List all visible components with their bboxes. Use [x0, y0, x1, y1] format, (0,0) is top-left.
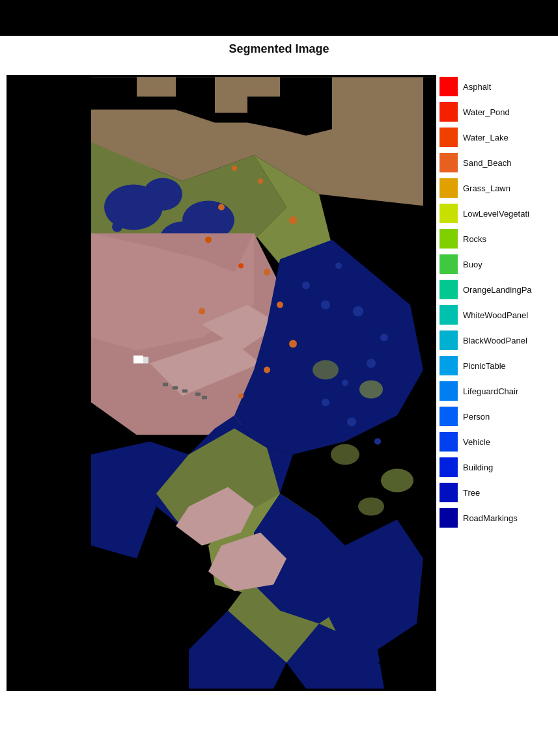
- legend-item: Vehicle: [439, 430, 557, 453]
- segmented-image: [7, 75, 436, 691]
- legend-item: Sand_Beach: [439, 151, 557, 174]
- svg-rect-20: [163, 383, 168, 386]
- svg-point-44: [264, 367, 270, 373]
- svg-point-63: [313, 360, 339, 380]
- svg-point-55: [335, 263, 342, 269]
- legend-item: Building: [439, 455, 557, 479]
- svg-point-8: [143, 178, 182, 211]
- legend-label: PicnicTable: [463, 361, 506, 371]
- legend-label: Building: [463, 463, 493, 472]
- legend-panel: AsphaltWater_PondWater_LakeSand_BeachGra…: [439, 75, 557, 691]
- svg-point-62: [374, 439, 381, 445]
- legend-color-swatch: [439, 331, 458, 350]
- legend-item: Water_Lake: [439, 126, 557, 149]
- svg-point-57: [380, 334, 388, 342]
- legend-item: Asphalt: [439, 75, 557, 98]
- legend-item: OrangeLandingPa: [439, 278, 557, 301]
- svg-point-64: [359, 381, 383, 399]
- svg-point-41: [238, 263, 244, 269]
- legend-label: Water_Lake: [463, 133, 509, 142]
- legend-color-swatch: [439, 254, 458, 274]
- chart-area: Segmented Image: [0, 36, 558, 756]
- legend-item: BlackWoodPanel: [439, 329, 557, 352]
- svg-point-67: [358, 498, 384, 516]
- svg-point-39: [205, 237, 212, 243]
- svg-point-65: [331, 444, 359, 465]
- legend-item: Grass_Lawn: [439, 176, 557, 200]
- svg-point-66: [381, 469, 413, 493]
- legend-color-swatch: [439, 305, 458, 325]
- legend-color-swatch: [439, 204, 458, 223]
- svg-rect-47: [133, 356, 143, 364]
- legend-color-swatch: [439, 229, 458, 249]
- legend-item: PicnicTable: [439, 354, 557, 377]
- svg-point-60: [322, 399, 329, 407]
- legend-item: LowLevelVegetati: [439, 202, 557, 225]
- legend-item: Person: [439, 405, 557, 428]
- legend-item: Buoy: [439, 252, 557, 276]
- svg-marker-69: [423, 77, 436, 689]
- legend-color-swatch: [439, 483, 458, 502]
- legend-item: Water_Pond: [439, 100, 557, 124]
- legend-item: RoadMarkings: [439, 506, 557, 530]
- svg-rect-21: [173, 386, 178, 390]
- legend-color-swatch: [439, 407, 458, 426]
- svg-point-43: [289, 340, 297, 348]
- svg-point-58: [367, 359, 376, 368]
- legend-color-swatch: [439, 128, 458, 147]
- svg-rect-23: [195, 393, 201, 396]
- svg-point-42: [277, 302, 283, 308]
- legend-color-swatch: [439, 432, 458, 452]
- legend-color-swatch: [439, 508, 458, 528]
- svg-point-59: [342, 380, 348, 386]
- image-panel: [7, 75, 436, 691]
- legend-label: BlackWoodPanel: [463, 336, 527, 345]
- legend-item: Tree: [439, 481, 557, 504]
- legend-item: Rocks: [439, 227, 557, 250]
- legend-label: LifeguardChair: [463, 386, 518, 396]
- svg-point-46: [199, 308, 205, 315]
- legend-label: Tree: [463, 488, 480, 498]
- legend-label: Rocks: [463, 234, 486, 244]
- legend-color-swatch: [439, 457, 458, 477]
- svg-point-40: [264, 269, 270, 276]
- legend-label: Grass_Lawn: [463, 183, 510, 193]
- legend-label: Person: [463, 412, 490, 422]
- legend-label: Vehicle: [463, 437, 490, 447]
- svg-point-11: [112, 222, 122, 232]
- svg-point-35: [218, 204, 225, 211]
- svg-rect-22: [182, 390, 188, 393]
- legend-color-swatch: [439, 102, 458, 122]
- main-container: Segmented Image: [0, 0, 558, 756]
- legend-label: WhiteWoodPanel: [463, 310, 528, 320]
- svg-marker-72: [7, 77, 91, 689]
- legend-color-swatch: [439, 77, 458, 96]
- svg-point-56: [353, 306, 363, 317]
- legend-color-swatch: [439, 153, 458, 172]
- legend-color-swatch: [439, 178, 458, 198]
- svg-point-38: [232, 166, 237, 171]
- svg-rect-24: [202, 396, 207, 399]
- svg-point-37: [289, 217, 297, 224]
- legend-label: LowLevelVegetati: [463, 209, 529, 219]
- legend-item: WhiteWoodPanel: [439, 303, 557, 327]
- svg-point-61: [347, 418, 356, 427]
- legend-color-swatch: [439, 356, 458, 375]
- legend-label: Sand_Beach: [463, 158, 511, 168]
- svg-point-54: [321, 301, 330, 310]
- svg-point-36: [258, 179, 263, 184]
- legend-color-swatch: [439, 280, 458, 299]
- svg-point-53: [302, 282, 310, 290]
- legend-item: LifeguardChair: [439, 379, 557, 403]
- svg-point-45: [238, 394, 244, 399]
- svg-rect-48: [143, 357, 148, 364]
- legend-label: Buoy: [463, 260, 482, 269]
- legend-label: Water_Pond: [463, 107, 510, 117]
- legend-label: Asphalt: [463, 82, 491, 92]
- legend-color-swatch: [439, 381, 458, 401]
- legend-label: RoadMarkings: [463, 513, 518, 523]
- legend-label: OrangeLandingPa: [463, 285, 532, 295]
- chart-title: Segmented Image: [0, 36, 558, 61]
